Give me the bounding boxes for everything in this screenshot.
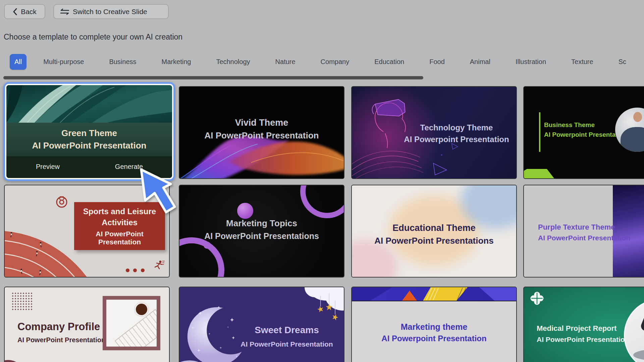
tab-all[interactable]: All xyxy=(10,54,26,70)
template-card-educational-theme[interactable]: Educational Theme AI PowerPoint Presenta… xyxy=(351,185,517,278)
technology-title-block: Technology Theme AI Powerpoint Presentat… xyxy=(395,122,517,145)
medical-clover-icon xyxy=(530,291,544,305)
template-title: Marketing theme xyxy=(352,321,516,333)
template-title: Sports and Leisure Activities xyxy=(76,206,163,228)
template-title: Vivid Theme xyxy=(179,116,344,129)
template-subtitle: AI PowerPoint Presentation xyxy=(538,234,630,242)
green-waves-art xyxy=(6,85,172,123)
template-subtitle: AI PowerPoint Presentation xyxy=(17,336,105,344)
green-title-band: Green Theme AI PowerPoint Presentation xyxy=(6,123,172,156)
selected-template-ring: Green Theme AI PowerPoint Presentation P… xyxy=(3,82,175,181)
swap-arrows-icon xyxy=(60,8,69,15)
template-title: Green Theme xyxy=(6,128,172,138)
desk-photo-frame xyxy=(103,296,160,350)
purple-texture-title-block: Purple Texture Theme AI PowerPoint Prese… xyxy=(538,223,630,242)
template-card-medical-project[interactable]: Medical Project Report AI PowerPoint Pre… xyxy=(523,287,644,362)
suit-shape xyxy=(621,127,644,152)
tabs-scrollbar[interactable] xyxy=(3,76,423,79)
template-subtitle: AI PowerPoint Presentations xyxy=(179,230,344,242)
sports-title-panel: Sports and Leisure Activities AI PowerPo… xyxy=(74,202,165,250)
tab-company[interactable]: Company xyxy=(321,58,350,66)
tab-multi-purpose[interactable]: Multi-purpose xyxy=(43,58,84,66)
template-subtitle: AI Powerpoint Presentation xyxy=(544,130,627,140)
template-picker-screen: Back Switch to Creative Slide Choose a t… xyxy=(0,0,644,362)
sweet-dreams-title-block: Sweet Dreams AI PowerPoint Presentation xyxy=(230,323,344,349)
template-card-marketing-theme[interactable]: Marketing theme AI Powerpoint Presentati… xyxy=(351,287,517,362)
decorative-dot xyxy=(126,268,129,272)
template-subtitle: AI PowerPoint Presentations xyxy=(352,235,516,247)
template-subtitle: AI PowerPoint Presentation xyxy=(537,336,629,344)
template-title: Sweet Dreams xyxy=(230,323,344,337)
switch-label: Switch to Creative Slide xyxy=(73,8,147,16)
runner-icon xyxy=(153,260,165,271)
tab-business[interactable]: Business xyxy=(109,58,136,66)
maroon-quarter-circle xyxy=(4,360,25,362)
microscope-photo xyxy=(624,299,644,362)
coffee-cup-shape xyxy=(136,304,147,315)
head-shape xyxy=(633,112,642,122)
template-card-purple-texture[interactable]: Purple Texture Theme AI PowerPoint Prese… xyxy=(523,185,644,278)
generate-button[interactable]: Generate xyxy=(115,163,143,171)
template-card-vivid-theme[interactable]: Vivid Theme AI PowerPoint Presentation xyxy=(179,86,344,179)
green-actions-bar: Preview Generate xyxy=(6,156,172,178)
green-accent-line xyxy=(539,112,540,152)
tab-food[interactable]: Food xyxy=(429,58,445,66)
educational-title-block: Educational Theme AI PowerPoint Presenta… xyxy=(352,222,516,247)
template-card-sweet-dreams[interactable]: Sweet Dreams AI PowerPoint Presentation xyxy=(179,287,344,362)
template-subtitle: AI PowerPoint Presentation xyxy=(230,339,344,349)
category-tabs: All Multi-purpose Business Marketing Tec… xyxy=(10,53,626,70)
tab-marketing[interactable]: Marketing xyxy=(162,58,191,66)
template-card-marketing-topics[interactable]: Marketing Topics AI PowerPoint Presentat… xyxy=(179,185,344,278)
template-title: Technology Theme xyxy=(395,122,517,134)
green-corner-shape-left xyxy=(524,169,554,178)
preview-button[interactable]: Preview xyxy=(36,163,60,171)
switch-to-creative-slide-button[interactable]: Switch to Creative Slide xyxy=(53,4,169,19)
template-title: Company Profile xyxy=(17,321,105,333)
template-subtitle: AI PowerPoint Presentation xyxy=(179,129,344,142)
purple-ring-top-right xyxy=(300,185,344,218)
tab-technology[interactable]: Technology xyxy=(216,58,250,66)
template-title: Business Theme xyxy=(544,120,627,130)
template-card-business-theme[interactable]: Business Theme AI Powerpoint Presentatio… xyxy=(523,86,644,179)
template-subtitle: AI PowerPoint Presentation xyxy=(6,140,172,151)
template-title: Educational Theme xyxy=(352,222,516,235)
template-subtitle: AI Powerpoint Presentation xyxy=(395,134,517,145)
template-card-sports-leisure[interactable]: Sports and Leisure Activities AI PowerPo… xyxy=(4,185,170,278)
purple-ring-bottom-left xyxy=(179,237,224,278)
cloud-top-right xyxy=(305,287,344,321)
page-title: Choose a template to complete your own A… xyxy=(4,33,182,42)
company-profile-title-block: Company Profile AI PowerPoint Presentati… xyxy=(17,321,105,344)
template-card-green-theme[interactable]: Green Theme AI PowerPoint Presentation P… xyxy=(6,85,172,178)
vivid-title-block: Vivid Theme AI PowerPoint Presentation xyxy=(179,116,344,142)
decorative-dot xyxy=(141,268,145,272)
business-title-block: Business Theme AI Powerpoint Presentatio… xyxy=(544,120,627,139)
geometric-banner-art xyxy=(352,287,517,301)
back-label: Back xyxy=(21,8,37,16)
template-card-technology-theme[interactable]: Technology Theme AI Powerpoint Presentat… xyxy=(351,86,517,179)
microscope-shape xyxy=(625,300,644,362)
template-subtitle: AI PowerPoint Presentation xyxy=(76,230,163,246)
marketing-topics-title-block: Marketing Topics AI PowerPoint Presentat… xyxy=(179,217,344,242)
businessman-photo xyxy=(615,108,644,152)
tab-animal[interactable]: Animal xyxy=(470,58,490,66)
template-title: Marketing Topics xyxy=(179,217,344,230)
tab-illustration[interactable]: Illustration xyxy=(516,58,546,66)
tab-education[interactable]: Education xyxy=(374,58,404,66)
medal-icon xyxy=(55,195,68,209)
dot-grid-pattern xyxy=(11,292,32,310)
purple-circle xyxy=(237,203,253,219)
decorative-dot xyxy=(133,268,137,272)
chevron-left-icon xyxy=(13,8,17,15)
tab-texture[interactable]: Texture xyxy=(571,58,593,66)
marketing-theme-title-block: Marketing theme AI Powerpoint Presentati… xyxy=(352,321,516,345)
template-title: Medical Project Report xyxy=(537,324,629,333)
keyboard-shape xyxy=(115,309,160,350)
template-subtitle: AI Powerpoint Presentation xyxy=(352,333,516,345)
tab-sc[interactable]: Sc xyxy=(619,58,626,66)
back-button[interactable]: Back xyxy=(4,4,45,19)
template-card-company-profile[interactable]: Company Profile AI PowerPoint Presentati… xyxy=(4,287,170,362)
medical-title-block: Medical Project Report AI PowerPoint Pre… xyxy=(537,324,629,344)
tab-nature[interactable]: Nature xyxy=(275,58,296,66)
template-title: Purple Texture Theme xyxy=(538,223,630,232)
